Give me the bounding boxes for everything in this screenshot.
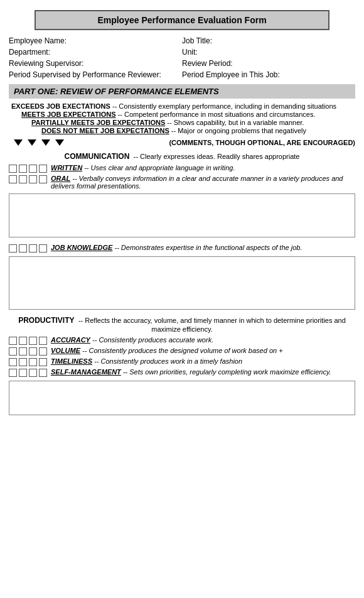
cb-oral-1[interactable]	[9, 175, 17, 183]
cb-vol-1[interactable]	[9, 347, 17, 356]
exp-exceeds-text: -- Consistently exemplary performance, i…	[110, 102, 336, 110]
expectations-block: EXCEEDS JOB EXECTATIONS -- Consistently …	[11, 102, 355, 134]
job-knowledge-row: JOB KNOWLEDGE -- Demonstrates expertise …	[9, 244, 355, 253]
volume-row: VOLUME -- Consistently produces the desi…	[9, 347, 355, 356]
period-supervised-field: Period Supervised by Performance Reviewe…	[9, 70, 182, 79]
cb-oral-4[interactable]	[39, 175, 47, 183]
exp-exceeds-label: EXCEEDS JOB EXECTATIONS	[11, 102, 110, 110]
oral-row: ORAL -- Verbally conveys information in …	[9, 175, 355, 190]
cb-jk-4[interactable]	[39, 244, 47, 253]
unit-label: Unit:	[182, 48, 198, 57]
job-knowledge-label: JOB KNOWLEDGE -- Demonstrates expertise …	[51, 244, 302, 251]
arrow-down-3	[41, 139, 50, 146]
department-label: Department:	[9, 48, 50, 57]
employee-name-label: Employee Name:	[9, 36, 67, 45]
arrow-down-4	[55, 139, 64, 146]
timeliness-row: TIMELINESS -- Consistently produces work…	[9, 357, 355, 366]
review-period-field: Review Period:	[182, 59, 355, 68]
exp-partial-label: PARTIALLY MEETS JOB EXPECTATIONS	[31, 119, 165, 126]
written-row: WRITTEN -- Uses clear and appropriate la…	[9, 164, 355, 173]
productivity-title: PRODUCTIVITY	[18, 316, 74, 325]
cb-time-4[interactable]	[39, 358, 47, 366]
cb-sm-3[interactable]	[29, 369, 37, 377]
unit-field: Unit:	[182, 48, 355, 57]
cb-acc-4[interactable]	[39, 337, 47, 345]
part-one-header: PART ONE: REVIEW OF PERFORMANCE ELEMENTS	[9, 84, 355, 99]
exp-notmeet-text: -- Major or ongoing problems that negati…	[169, 127, 306, 134]
cb-acc-3[interactable]	[29, 337, 37, 345]
exp-meets-row: MEETS JOB EXPECTATIONS -- Competent perf…	[11, 111, 355, 118]
period-supervised-label: Period Supervised by Performance Reviewe…	[9, 70, 161, 79]
arrow-down-2	[28, 139, 36, 146]
page: Employee Performance Evaluation Form Emp…	[0, 0, 364, 598]
period-employee-label: Period Employee in This Job:	[182, 70, 280, 79]
exp-meets-text: -- Competent performance in most situati…	[116, 111, 316, 118]
comments-note: (COMMENTS, THOUGH OPTIONAL, ARE ENCOURAG…	[64, 138, 355, 147]
timeliness-checkboxes	[9, 358, 47, 366]
oral-label: ORAL -- Verbally conveys information in …	[51, 175, 355, 190]
cb-acc-2[interactable]	[19, 337, 27, 345]
cb-acc-1[interactable]	[9, 337, 17, 345]
cb-written-4[interactable]	[39, 165, 47, 173]
accuracy-checkboxes	[9, 337, 47, 345]
cb-jk-3[interactable]	[29, 244, 37, 253]
cb-vol-3[interactable]	[29, 347, 37, 356]
productivity-comment-box[interactable]	[9, 381, 355, 415]
form-title: Employee Performance Evaluation Form	[97, 15, 266, 25]
communication-section: COMMUNICATION -- Clearly expresses ideas…	[9, 152, 355, 161]
timeliness-label: TIMELINESS -- Consistently produces work…	[51, 357, 242, 365]
oral-checkboxes	[9, 175, 47, 183]
cb-vol-2[interactable]	[19, 347, 27, 356]
communication-title: COMMUNICATION	[65, 152, 130, 161]
cb-written-3[interactable]	[29, 165, 37, 173]
cb-time-2[interactable]	[19, 358, 27, 366]
self-management-checkboxes	[9, 369, 47, 377]
department-field: Department:	[9, 48, 182, 57]
cb-oral-3[interactable]	[29, 175, 37, 183]
exp-meets-label: MEETS JOB EXPECTATIONS	[21, 111, 116, 118]
written-checkboxes	[9, 165, 47, 173]
cb-written-2[interactable]	[19, 165, 27, 173]
fields-row-4: Period Supervised by Performance Reviewe…	[9, 70, 355, 79]
cb-sm-1[interactable]	[9, 369, 17, 377]
employee-name-field: Employee Name:	[9, 36, 182, 45]
job-title-label: Job Title:	[182, 36, 212, 45]
fields-row-2: Department: Unit:	[9, 48, 355, 57]
cb-oral-2[interactable]	[19, 175, 27, 183]
arrows-row	[11, 137, 64, 148]
reviewing-supervisor-field: Reviewing Supervisor:	[9, 59, 182, 68]
part-one-title: PART ONE: REVIEW OF PERFORMANCE ELEMENTS	[14, 87, 219, 96]
cb-written-1[interactable]	[9, 165, 17, 173]
reviewing-supervisor-label: Reviewing Supervisor:	[9, 59, 83, 68]
exp-notmeet-label: DOES NOT MEET JOB EXPECTATIONS	[41, 127, 169, 134]
productivity-section: PRODUCTIVITY -- Reflects the accuracy, v…	[9, 316, 355, 415]
cb-sm-4[interactable]	[39, 369, 47, 377]
written-label: WRITTEN -- Uses clear and appropriate la…	[51, 164, 235, 171]
arrow-down-1	[14, 139, 23, 146]
communication-comment-box[interactable]	[9, 193, 355, 237]
volume-label: VOLUME -- Consistently produces the desi…	[51, 347, 283, 354]
accuracy-row: ACCURACY -- Consistently produces accura…	[9, 336, 355, 345]
job-title-field: Job Title:	[182, 36, 355, 45]
fields-row-3: Reviewing Supervisor: Review Period:	[9, 59, 355, 68]
self-management-row: SELF-MANAGEMENT -- Sets own priorities, …	[9, 368, 355, 377]
cb-vol-4[interactable]	[39, 347, 47, 356]
communication-desc: -- Clearly expresses ideas. Readily shar…	[132, 153, 300, 160]
cb-time-3[interactable]	[29, 358, 37, 366]
exp-notmeet-row: DOES NOT MEET JOB EXPECTATIONS -- Major …	[11, 127, 355, 134]
job-knowledge-checkboxes	[9, 244, 47, 253]
cb-time-1[interactable]	[9, 358, 17, 366]
exp-partial-row: PARTIALLY MEETS JOB EXPECTATIONS -- Show…	[11, 119, 355, 126]
cb-sm-2[interactable]	[19, 369, 27, 377]
review-period-label: Review Period:	[182, 59, 233, 68]
productivity-desc: -- Reflects the accuracy, volume, and ti…	[77, 317, 346, 333]
cb-jk-1[interactable]	[9, 244, 17, 253]
form-title-box: Employee Performance Evaluation Form	[35, 10, 329, 30]
volume-checkboxes	[9, 347, 47, 356]
cb-jk-2[interactable]	[19, 244, 27, 253]
exp-exceeds-row: EXCEEDS JOB EXECTATIONS -- Consistently …	[11, 102, 355, 110]
period-employee-field: Period Employee in This Job:	[182, 70, 355, 79]
exp-partial-text: -- Shows capability, but in a variable m…	[165, 119, 304, 126]
job-knowledge-comment-box[interactable]	[9, 256, 355, 310]
self-management-label: SELF-MANAGEMENT -- Sets own priorities, …	[51, 368, 331, 376]
